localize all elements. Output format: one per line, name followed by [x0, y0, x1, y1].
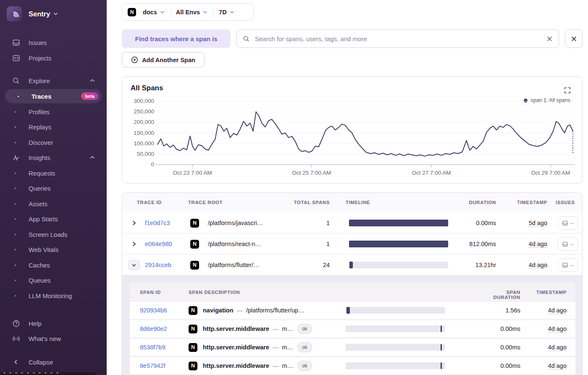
span-id-link[interactable]: 8538f7b9 [140, 339, 165, 356]
sidebar-item-label: Screen Loads [29, 231, 68, 238]
project-icon-cell: N [189, 357, 197, 374]
project-icon-cell: N [190, 233, 199, 254]
y-tick-label: 100,000 [125, 140, 154, 147]
sidebar-item-profiles[interactable]: Profiles [0, 105, 107, 119]
timestamp[interactable]: 4d ago [548, 325, 567, 332]
expand-row-control[interactable] [131, 212, 136, 233]
search-icon [243, 35, 250, 42]
trace-id-link[interactable]: e064e980 [145, 233, 172, 254]
column-header-timestamp: TIMESTAMP [527, 290, 567, 295]
bullet-icon [15, 265, 16, 266]
sidebar-item-label: Web Vitals [29, 246, 58, 253]
date-range-filter[interactable]: 7D [219, 9, 234, 16]
sidebar-section-explore[interactable]: Explore [0, 73, 107, 88]
column-header-span-description: SPAN DESCRIPTION [189, 290, 240, 295]
trace-id-link[interactable]: f1e0d7c3 [145, 212, 170, 233]
span-row: 920934b6 N navigation — /platforms/flutt… [130, 302, 575, 319]
sidebar-item-discover[interactable]: Discover [0, 135, 107, 149]
sidebar-item-caches[interactable]: Caches [0, 258, 107, 272]
span-id-link[interactable]: 8e57942f [140, 357, 165, 374]
sidebar-item-assets[interactable]: Assets [0, 197, 107, 211]
divider [170, 8, 171, 16]
sidebar-item-label: LLM Monitoring [29, 292, 72, 299]
bullet-icon [15, 111, 16, 113]
find-traces-chip[interactable]: Find traces where a span is [122, 29, 231, 48]
sidebar-item-web-vitals[interactable]: Web Vitals [0, 242, 107, 257]
trace-row-expanded: 2914cceb N /platforms/flutter/… 24 13.21… [122, 254, 582, 275]
issues-icon [12, 38, 20, 47]
span-search-input[interactable] [254, 35, 546, 43]
sidebar-item-issues[interactable]: Issues [0, 35, 107, 50]
timestamp[interactable]: 5d ago [529, 220, 547, 226]
timestamp[interactable]: 4d ago [548, 362, 567, 369]
sidebar-item-screen-loads[interactable]: Screen Loads [0, 227, 107, 241]
sidebar-item-label: App Starts [29, 215, 58, 223]
span-description: http.server.middleware — m… ok [203, 357, 312, 374]
project-filter[interactable]: N docs [128, 8, 165, 16]
timestamp[interactable]: 4d ago [529, 241, 547, 247]
collapse-row-control[interactable] [128, 254, 140, 275]
sentry-logo-icon [7, 6, 22, 21]
remove-span-filter-button[interactable] [565, 29, 583, 48]
bottom-cutoff-artifact [0, 372, 96, 375]
clear-search-icon[interactable] [546, 36, 553, 42]
sidebar-item-llm-monitoring[interactable]: LLM Monitoring [0, 288, 107, 303]
span-desc-text: /platforms/flutter/up… [246, 307, 304, 314]
column-header-issues: ISSUES [556, 200, 575, 205]
sidebar-item-queues[interactable]: Queues [0, 273, 107, 287]
project-filter-value: docs [143, 9, 157, 16]
chevron-left-icon [12, 358, 20, 366]
sidebar-item-requests[interactable]: Requests [0, 166, 107, 180]
chevron-down-button[interactable] [128, 260, 140, 270]
x-tick-label: Oct 27 7:00 AM [402, 170, 461, 176]
section-label: Insights [29, 154, 50, 161]
sidebar-item-label: Discover [29, 139, 53, 146]
issues-button[interactable]: – [558, 258, 578, 272]
column-header-span-duration: SPAN DURATION [478, 290, 520, 300]
span-id-link[interactable]: 920934b6 [140, 302, 167, 319]
issues-cell: – [558, 254, 578, 275]
trace-row: e064e980 N /platforms/react-n… 1 812.00m… [122, 233, 582, 254]
environment-filter[interactable]: All Envs [176, 9, 207, 16]
add-another-span-button[interactable]: Add Another Span [122, 52, 205, 68]
sidebar-item-queries[interactable]: Queries [0, 181, 107, 195]
sidebar-item-traces[interactable]: Traces beta [5, 89, 102, 103]
sidebar-item-help[interactable]: Help [0, 316, 107, 330]
table-header: TRACE ID TRACE ROOT TOTAL SPANS TIMELINE… [122, 193, 582, 213]
sidebar-item-label: Traces [32, 93, 52, 100]
timestamp[interactable]: 4d ago [548, 344, 567, 351]
column-header-trace-id: TRACE ID [137, 200, 162, 205]
beta-badge: beta [81, 92, 98, 100]
nextjs-logo-icon: N [189, 343, 197, 352]
trace-id-link[interactable]: 2914cceb [145, 254, 171, 275]
timestamp-cell: 4d ago [527, 320, 567, 337]
x-tick-label: Oct 25 7:00 AM [282, 170, 341, 176]
timestamp[interactable]: 4d ago [529, 262, 547, 268]
insights-icon [12, 153, 20, 162]
total-spans: 24 [284, 254, 330, 275]
span-id-link[interactable]: 8d6e90e2 [140, 320, 167, 337]
org-switcher[interactable]: Sentry [7, 6, 58, 21]
sidebar-collapse[interactable]: Collapse [0, 355, 107, 369]
issues-button[interactable]: – [558, 216, 578, 230]
sidebar-item-projects[interactable]: Projects [0, 51, 107, 65]
timestamp-cell: 5d ago [507, 212, 547, 233]
timeline-bar [349, 262, 353, 268]
timeline-track [346, 362, 445, 369]
chevron-down-icon [53, 12, 58, 16]
sidebar-item-replays[interactable]: Replays [0, 120, 107, 134]
sidebar-item-whats-new[interactable]: What's new [0, 331, 107, 346]
project-icon-cell: N [189, 339, 197, 356]
sidebar-section-insights[interactable]: Insights [0, 150, 107, 165]
timestamp[interactable]: 4d ago [548, 307, 567, 314]
bullet-icon [15, 249, 16, 250]
bullet-icon [15, 173, 16, 174]
nextjs-logo-icon: N [189, 306, 197, 315]
issues-cell: – [558, 233, 578, 254]
issue-icon [562, 262, 568, 268]
divider [213, 8, 213, 16]
issues-button[interactable]: – [558, 237, 578, 251]
chevron-right-icon [131, 241, 136, 247]
sidebar-item-app-starts[interactable]: App Starts [0, 212, 107, 226]
expand-row-control[interactable] [131, 233, 136, 254]
